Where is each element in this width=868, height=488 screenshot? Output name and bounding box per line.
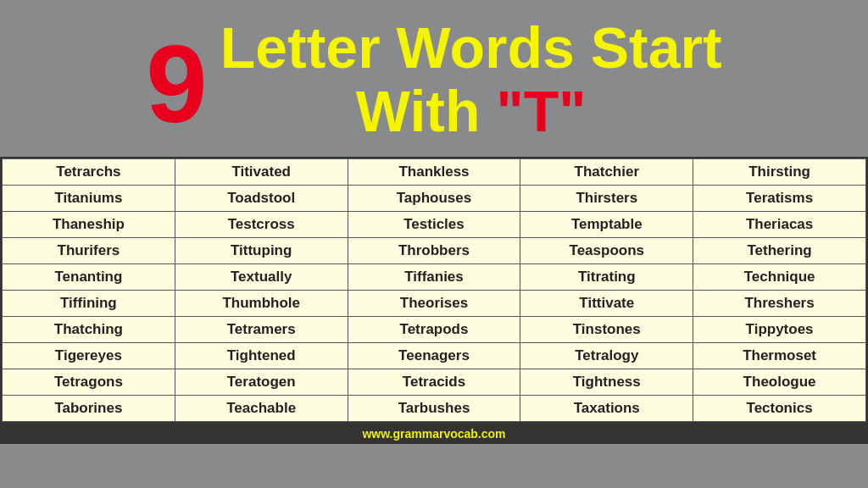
table-cell: Tetragons xyxy=(3,369,175,396)
table-cell: Teachable xyxy=(175,396,348,422)
table-cell: Tightness xyxy=(520,369,693,396)
table-cell: Tittuping xyxy=(175,238,348,264)
table-cell: Throbbers xyxy=(348,238,520,264)
page-title: Letter Words Start With "T" xyxy=(220,16,722,143)
table-cell: Theologue xyxy=(693,369,866,396)
table-cell: Thermoset xyxy=(693,343,866,369)
table-row: ThaneshipTestcrossTesticlesTemptableTher… xyxy=(3,212,866,238)
table-cell: Thirsters xyxy=(520,186,693,212)
table-row: TigereyesTightenedTeenagersTetralogyTher… xyxy=(3,343,866,369)
table-cell: Titivated xyxy=(175,159,348,186)
table-cell: Thatchier xyxy=(520,159,693,186)
table-row: ThatchingTetramersTetrapodsTinstonesTipp… xyxy=(3,317,866,343)
table-cell: Tetramers xyxy=(175,317,348,343)
words-table-wrapper: TetrarchsTitivatedThanklessThatchierThir… xyxy=(0,157,868,424)
footer-url: www.grammarvocab.com xyxy=(362,427,505,441)
title-line2-highlight: "T" xyxy=(496,79,586,143)
table-cell: Tetralogy xyxy=(520,343,693,369)
footer-bar: www.grammarvocab.com xyxy=(0,424,868,444)
page-header: 9 Letter Words Start With "T" xyxy=(0,0,868,157)
table-cell: Theorises xyxy=(348,291,520,317)
table-cell: Temptable xyxy=(520,212,693,238)
table-row: TetragonsTeratogenTetracidsTightnessTheo… xyxy=(3,369,866,396)
table-row: TiffiningThumbholeTheorisesTittivateThre… xyxy=(3,291,866,317)
title-line2-before: With xyxy=(356,79,497,143)
table-cell: Tigereyes xyxy=(3,343,175,369)
table-cell: Testicles xyxy=(348,212,520,238)
table-cell: Teratogen xyxy=(175,369,348,396)
table-cell: Thirsting xyxy=(693,159,866,186)
table-cell: Thaneship xyxy=(3,212,175,238)
table-cell: Tiffanies xyxy=(348,264,520,291)
table-cell: Teratisms xyxy=(693,186,866,212)
table-cell: Tetracids xyxy=(348,369,520,396)
table-cell: Tightened xyxy=(175,343,348,369)
table-cell: Taxations xyxy=(520,396,693,422)
table-cell: Titrating xyxy=(520,264,693,291)
table-cell: Thurifers xyxy=(3,238,175,264)
table-cell: Tethering xyxy=(693,238,866,264)
table-cell: Technique xyxy=(693,264,866,291)
table-cell: Textually xyxy=(175,264,348,291)
table-cell: Tetrapods xyxy=(348,317,520,343)
table-cell: Tittivate xyxy=(520,291,693,317)
table-row: TaborinesTeachableTarbushesTaxationsTect… xyxy=(3,396,866,422)
table-cell: Tarbushes xyxy=(348,396,520,422)
table-cell: Tiffining xyxy=(3,291,175,317)
table-cell: Titaniums xyxy=(3,186,175,212)
table-cell: Thankless xyxy=(348,159,520,186)
table-cell: Tectonics xyxy=(693,396,866,422)
table-row: TetrarchsTitivatedThanklessThatchierThir… xyxy=(3,159,866,186)
table-cell: Tippytoes xyxy=(693,317,866,343)
table-cell: Tetrarchs xyxy=(3,159,175,186)
table-cell: Teaspoons xyxy=(520,238,693,264)
table-cell: Threshers xyxy=(693,291,866,317)
table-cell: Theriacas xyxy=(693,212,866,238)
table-cell: Teenagers xyxy=(348,343,520,369)
table-cell: Thumbhole xyxy=(175,291,348,317)
table-cell: Taphouses xyxy=(348,186,520,212)
table-row: ThurifersTittupingThrobbersTeaspoonsTeth… xyxy=(3,238,866,264)
table-cell: Thatching xyxy=(3,317,175,343)
table-cell: Testcross xyxy=(175,212,348,238)
table-cell: Toadstool xyxy=(175,186,348,212)
number-nine: 9 xyxy=(146,29,207,139)
table-row: TenantingTextuallyTiffaniesTitratingTech… xyxy=(3,264,866,291)
table-cell: Tenanting xyxy=(3,264,175,291)
words-table: TetrarchsTitivatedThanklessThatchierThir… xyxy=(2,158,866,422)
table-cell: Taborines xyxy=(3,396,175,422)
table-cell: Tinstones xyxy=(520,317,693,343)
title-line1: Letter Words Start xyxy=(220,15,722,80)
table-row: TitaniumsToadstoolTaphousesThirstersTera… xyxy=(3,186,866,212)
